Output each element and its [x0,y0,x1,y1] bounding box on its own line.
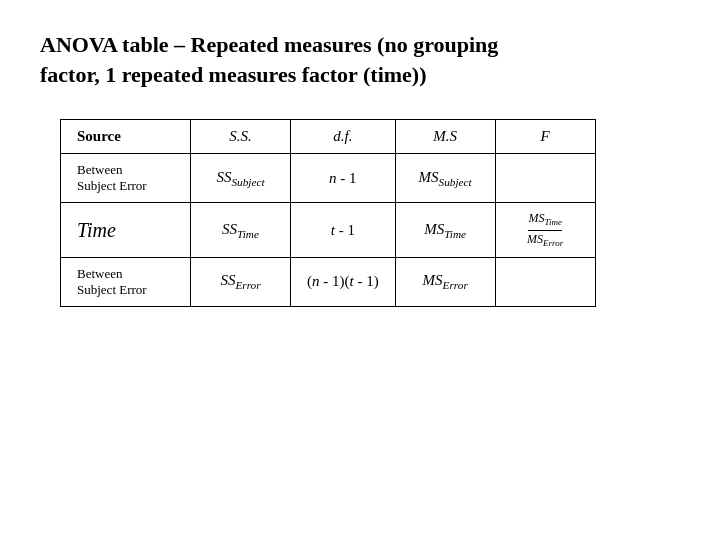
ms-cell: MSError [395,257,495,306]
ss-cell: SSSubject [191,154,291,203]
ms-cell: MSTime [395,203,495,257]
f-cell [495,257,595,306]
table-row: BetweenSubject Error SSError (n - 1)(t -… [61,257,596,306]
table-header-row: Source S.S. d.f. M.S F [61,120,596,154]
ms-cell: MSSubject [395,154,495,203]
source-cell: Time [61,203,191,257]
anova-table: Source S.S. d.f. M.S F BetweenSubject Er… [60,119,596,306]
ss-cell: SSTime [191,203,291,257]
f-fraction: MSTime MSError [527,211,563,248]
df-cell: n - 1 [291,154,396,203]
col-header-ss: S.S. [191,120,291,154]
source-cell: BetweenSubject Error [61,257,191,306]
source-cell: BetweenSubject Error [61,154,191,203]
col-header-df: d.f. [291,120,396,154]
anova-table-wrapper: Source S.S. d.f. M.S F BetweenSubject Er… [60,119,680,306]
table-row: BetweenSubject Error SSSubject n - 1 MSS… [61,154,596,203]
f-cell: MSTime MSError [495,203,595,257]
page-title: ANOVA table – Repeated measures (no grou… [40,30,680,89]
df-cell: t - 1 [291,203,396,257]
col-header-source: Source [61,120,191,154]
table-row: Time SSTime t - 1 MSTime MSTime MSError [61,203,596,257]
f-cell [495,154,595,203]
col-header-ms: M.S [395,120,495,154]
ss-cell: SSError [191,257,291,306]
df-cell: (n - 1)(t - 1) [291,257,396,306]
col-header-f: F [495,120,595,154]
